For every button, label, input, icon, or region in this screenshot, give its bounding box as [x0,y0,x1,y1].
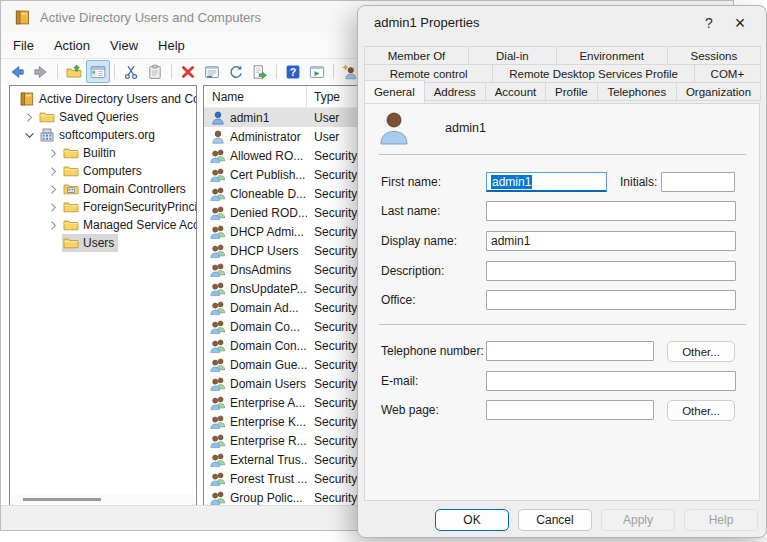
group-icon [210,186,226,202]
toolbar-separator [114,64,115,79]
ok-button[interactable]: OK [435,509,509,531]
dialog-help-icon[interactable]: ? [694,15,724,31]
tree-item-saved-queries[interactable]: Saved Queries [10,108,196,126]
paste-button[interactable] [143,60,167,83]
apply-button[interactable]: Apply [601,509,675,531]
menu-help[interactable]: Help [148,35,195,56]
expander-chevron-icon[interactable] [20,111,38,124]
telephone-other-button[interactable]: Other... [667,341,735,362]
object-name: Enterprise K... [230,415,307,429]
arrow-right-icon [33,64,49,80]
props-icon [204,64,220,80]
expander-chevron-icon[interactable] [44,237,62,250]
expander-chevron-icon[interactable] [20,129,38,142]
tree-item-label: Domain Controllers [83,182,186,196]
refresh-button[interactable] [224,60,248,83]
web-page-field[interactable] [486,400,654,420]
tree-item-domain-controllers[interactable]: Domain Controllers [10,180,196,198]
display-name-field[interactable] [486,231,736,251]
object-name: Cloneable D... [230,187,307,201]
tree-item-builtin[interactable]: Builtin [10,144,196,162]
description-label: Description: [381,264,444,278]
office-field[interactable] [486,290,736,310]
tab-organization[interactable]: Organization [676,82,761,101]
tree-item-root[interactable]: Active Directory Users and Computers [10,90,196,108]
web-page-other-button[interactable]: Other... [667,400,735,421]
tab-dial-in[interactable]: Dial-in [468,46,557,65]
group-icon [210,262,226,278]
expander-chevron-icon[interactable] [44,219,62,232]
cut-button[interactable] [119,60,143,83]
back-button[interactable] [5,60,29,83]
help-button-dialog[interactable]: Help [684,509,758,531]
last-name-field[interactable] [486,201,736,221]
help-icon [285,64,301,80]
tab-com-plus[interactable]: COM+ [694,64,761,83]
tree-item-computers[interactable]: Computers [10,162,196,180]
menu-action[interactable]: Action [44,35,100,56]
last-name-label: Last name: [381,204,440,218]
close-icon[interactable]: × [724,8,756,38]
user-avatar-icon [379,111,409,145]
description-field[interactable] [486,261,736,281]
separator [379,154,746,155]
tree-item-users[interactable]: Users [10,234,196,252]
tab-member-of[interactable]: Member Of [364,46,469,65]
user-blue-icon [210,110,226,126]
expander-chevron-icon[interactable] [44,165,62,178]
toolbar-separator [57,64,58,79]
initials-field[interactable] [661,172,735,192]
tree-item-foreign-security-principals[interactable]: ForeignSecurityPrincipals [10,198,196,216]
tab-general[interactable]: General [364,80,425,104]
group-icon [210,376,226,392]
tab-remote-desktop-services-profile[interactable]: Remote Desktop Services Profile [492,64,694,83]
tab-telephones[interactable]: Telephones [597,82,677,101]
help-button[interactable] [281,60,305,83]
menu-view[interactable]: View [100,35,148,56]
up-one-level-button[interactable] [62,60,86,83]
tab-strip: Member OfDial-inEnvironmentSessions Remo… [364,46,760,101]
group-icon [210,243,226,259]
first-name-field[interactable]: admin1 [486,172,607,192]
telephone-field[interactable] [486,341,654,361]
tab-account[interactable]: Account [485,82,546,101]
object-name: Enterprise R... [230,434,307,448]
object-name: Forest Trust ... [230,472,307,486]
tree-item-softcomputers-org[interactable]: softcomputers.org [10,126,196,144]
dialog-titlebar: admin1 Properties ? × [358,6,766,39]
tree-horizontal-scrollbar[interactable] [11,495,195,504]
tab-sessions[interactable]: Sessions [667,46,761,65]
menu-file[interactable]: File [3,35,44,56]
object-name: External Trus... [230,453,307,467]
object-name: Domain Co... [230,320,307,334]
tab-address[interactable]: Address [424,82,486,101]
expander-chevron-icon[interactable] [44,201,62,214]
tab-environment[interactable]: Environment [556,46,668,65]
export-list-button[interactable] [248,60,272,83]
forward-button[interactable] [29,60,53,83]
group-icon [210,224,226,240]
show-console-tree-button[interactable] [86,60,110,83]
object-name: admin1 [230,111,307,125]
tab-profile[interactable]: Profile [545,82,597,101]
expander-chevron-icon[interactable] [44,183,62,196]
tree-item-managed-service-accounts[interactable]: Managed Service Accounts [10,216,196,234]
expander-chevron-icon[interactable] [44,147,62,160]
delete-button[interactable] [176,60,200,83]
group-icon [210,357,226,373]
object-name: Administrator [230,130,307,144]
properties-button[interactable] [200,60,224,83]
properties-dialog: admin1 Properties ? × Member OfDial-inEn… [357,5,767,538]
app-icon[interactable] [14,9,31,26]
folder-icon [63,217,79,233]
view-window-button[interactable] [305,60,329,83]
object-name: Domain Ad... [230,301,307,315]
email-field[interactable] [486,371,736,391]
scrollbar-thumb[interactable] [23,498,101,501]
folder-icon [63,199,79,215]
folder-dc-icon [63,181,79,197]
column-header-name[interactable]: Name [204,86,307,107]
cancel-button[interactable]: Cancel [518,509,592,531]
group-icon [210,414,226,430]
dialog-buttons: OK Cancel Apply Help [435,509,758,531]
